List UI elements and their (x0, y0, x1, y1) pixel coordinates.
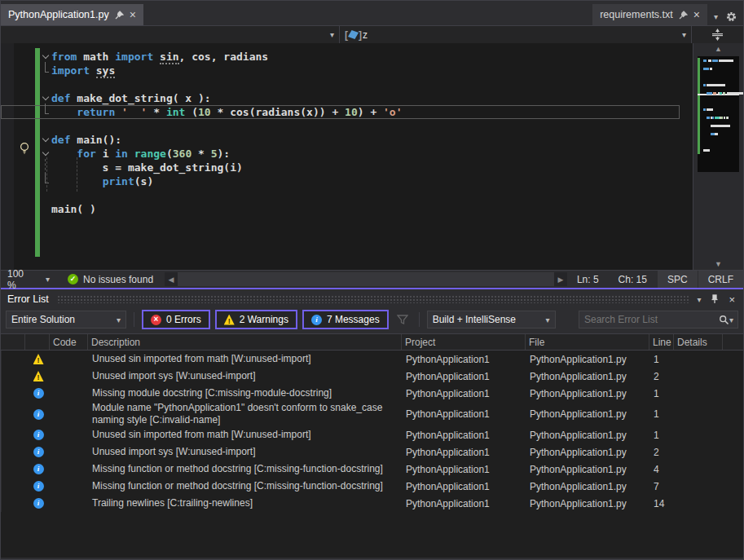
description-cell: Module name "PythonApplication1" doesn't… (89, 402, 403, 426)
line-cell: 4 (650, 464, 675, 475)
filter-icon[interactable] (397, 314, 408, 325)
file-cell: PythonApplication1.py (526, 388, 650, 399)
file-cell: PythonApplication1.py (526, 354, 650, 365)
close-icon[interactable]: × (693, 9, 700, 20)
pin-icon[interactable] (115, 11, 124, 20)
tabstrip-icons: ▾ (707, 11, 743, 25)
code-line[interactable]: import sys (1, 64, 693, 77)
window-position-chevron-icon[interactable]: ▾ (697, 295, 701, 304)
minimap-scrollbar[interactable]: ▲ ▼ (693, 43, 743, 270)
close-icon[interactable]: × (729, 293, 735, 306)
header-line[interactable]: Line (649, 334, 674, 350)
errors-filter-button[interactable]: × 0 Errors (142, 310, 210, 329)
header-code[interactable]: Code (50, 334, 88, 350)
zoom-dropdown[interactable]: 100 % ▾ (1, 271, 56, 288)
code-token: * (192, 148, 210, 160)
line-cell: 1 (650, 430, 675, 441)
member-label: z (363, 29, 368, 41)
minimap-code-line (712, 117, 714, 119)
error-row[interactable]: iMissing module docstring [C:missing-mod… (1, 385, 743, 402)
warnings-filter-button[interactable]: ! 2 Warnings (215, 310, 297, 329)
file-cell: PythonApplication1.py (526, 371, 650, 382)
search-icon[interactable] (719, 315, 729, 325)
code-token: return (77, 106, 121, 118)
warning-icon: ! (224, 315, 235, 325)
error-list-title-bar[interactable]: Error List ▾ × (1, 289, 743, 309)
code-line[interactable]: print(s) (1, 174, 693, 188)
error-row[interactable]: iMissing function or method docstring [C… (1, 461, 743, 478)
code-line[interactable]: main( ) (1, 202, 693, 216)
project-dropdown[interactable]: ▾ (1, 26, 340, 43)
error-icon: × (151, 315, 161, 325)
line-ending-indicator[interactable]: CRLF (698, 271, 743, 288)
scope-value: Entire Solution (11, 314, 75, 325)
header-file[interactable]: File (526, 334, 649, 350)
splitter-corner (692, 26, 743, 43)
close-icon[interactable]: × (130, 9, 136, 20)
minimap-change-bar (698, 58, 700, 154)
code-token: import (51, 64, 96, 77)
search-box[interactable]: ▾ (579, 311, 738, 329)
issues-indicator[interactable]: ✓ No issues found (56, 271, 165, 288)
project-cell: PythonApplication1 (403, 464, 526, 475)
header-project[interactable]: Project (402, 334, 526, 350)
scroll-right-icon[interactable]: ▶ (554, 276, 567, 284)
project-cell: PythonApplication1 (403, 498, 526, 509)
space-mode-indicator[interactable]: SPC (657, 271, 698, 288)
scroll-down-icon[interactable]: ▼ (693, 260, 743, 268)
search-input[interactable] (579, 314, 719, 325)
error-row[interactable]: iModule name "PythonApplication1" doesn'… (1, 402, 743, 426)
pin-icon[interactable] (711, 294, 719, 304)
code-token (51, 106, 77, 118)
code-line[interactable] (1, 119, 693, 133)
error-row[interactable]: iTrailing newlines [C:trailing-newlines]… (1, 495, 743, 512)
member-dropdown[interactable]: [] z ▾ (340, 26, 692, 43)
tab-list-chevron-icon[interactable]: ▾ (714, 12, 718, 21)
code-token: 5 (211, 148, 218, 160)
error-row[interactable]: iUnused import sys [W:unused-import]Pyth… (1, 443, 743, 461)
code-line[interactable]: def main(): (1, 133, 693, 147)
code-token: math (83, 51, 115, 63)
horizontal-scrollbar[interactable]: ◀ ▶ (165, 272, 567, 286)
code-line[interactable]: def make_dot_string( x ): (1, 91, 693, 105)
code-line[interactable]: s = make_dot_string(i) (1, 161, 693, 174)
split-editor-icon[interactable] (711, 29, 724, 41)
messages-filter-button[interactable]: i 7 Messages (302, 310, 389, 329)
fold-collapse-icon[interactable] (42, 133, 51, 147)
drag-grip[interactable] (57, 295, 691, 303)
source-dropdown[interactable]: Build + IntelliSense ▾ (427, 311, 556, 329)
header-description[interactable]: Description (88, 334, 402, 350)
tab-python-application[interactable]: PythonApplication1.py × (1, 4, 143, 25)
scope-dropdown[interactable]: Entire Solution ▾ (6, 311, 126, 329)
minimap-code-line (721, 60, 733, 62)
scrollbar-track[interactable] (178, 272, 554, 286)
error-row[interactable]: iUnused sin imported from math [W:unused… (1, 426, 743, 443)
project-cell: PythonApplication1 (403, 430, 526, 441)
code-token: 'o' (383, 106, 402, 118)
file-cell: PythonApplication1.py (526, 430, 650, 441)
gear-icon[interactable] (726, 11, 737, 22)
error-row[interactable]: !Unused import sys [W:unused-import]Pyth… (1, 368, 743, 385)
check-circle-icon: ✓ (68, 274, 78, 284)
scroll-left-icon[interactable]: ◀ (165, 276, 178, 284)
header-details[interactable]: Details (674, 334, 723, 350)
error-row[interactable]: iMissing function or method docstring [C… (1, 478, 743, 495)
code-token: , cos, radians (179, 51, 269, 63)
search-options-chevron-icon[interactable]: ▾ (729, 315, 737, 324)
pin-icon[interactable] (679, 11, 688, 20)
bracket-icon: [ (345, 29, 348, 41)
code-line[interactable]: for i in range(360 * 5): (1, 147, 693, 161)
error-row[interactable]: !Unused sin imported from math [W:unused… (1, 351, 743, 368)
tab-requirements[interactable]: requirements.txt × (592, 4, 707, 25)
code-line-current[interactable]: return ' ' * int (10 * cos(radians(x)) +… (1, 105, 680, 119)
issues-text: No issues found (83, 274, 153, 285)
scroll-up-icon[interactable]: ▲ (693, 45, 743, 53)
code-editor[interactable]: from math import sin, cos, radiansimport… (1, 43, 693, 270)
code-token: ( (185, 106, 198, 118)
code-line[interactable]: from math import sin, cos, radians (1, 50, 693, 64)
line-cell: 7 (650, 481, 675, 492)
code-token: ' ' (121, 106, 147, 118)
code-line[interactable] (1, 188, 693, 202)
minimap[interactable] (698, 56, 739, 172)
code-line[interactable] (1, 77, 693, 91)
